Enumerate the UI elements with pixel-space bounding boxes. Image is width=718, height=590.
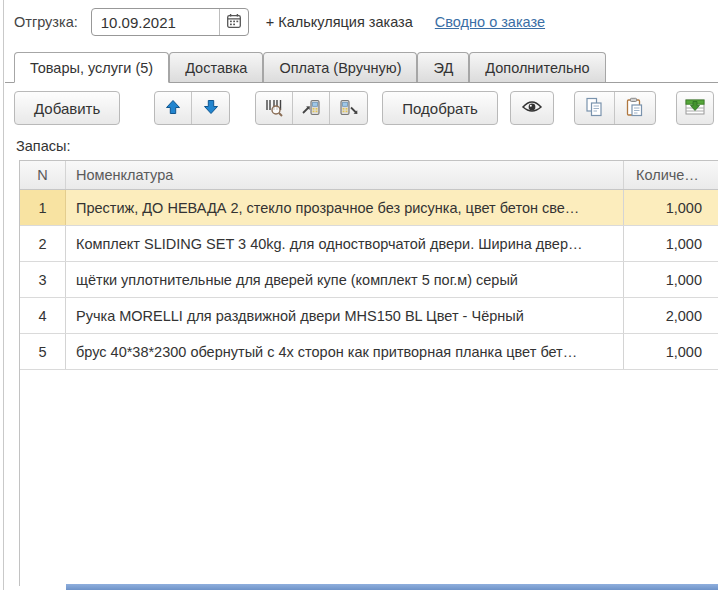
- row-number: 4: [20, 298, 66, 333]
- add-button[interactable]: Добавить: [14, 91, 120, 125]
- paste-button[interactable]: [615, 92, 655, 124]
- shipment-row: Отгрузка: + Калькуляция заказа Сводно о …: [14, 7, 545, 37]
- row-quantity: 2,000: [624, 298, 718, 333]
- column-header-quantity[interactable]: Количе…: [624, 161, 718, 189]
- copy-button[interactable]: [575, 92, 615, 124]
- move-up-button[interactable]: [155, 92, 192, 124]
- move-buttons-group: [154, 91, 230, 125]
- row-number: 2: [20, 226, 66, 261]
- row-quantity: 1,000: [624, 262, 718, 297]
- eye-icon: [521, 100, 543, 117]
- row-nomenclature: Ручка MORELLI для раздвижной двери MHS15…: [66, 298, 624, 333]
- data-terminal-out-icon: [339, 97, 359, 120]
- tab-additional[interactable]: Дополнительно: [469, 52, 605, 82]
- items-toolbar: Добавить: [14, 90, 714, 126]
- tab-ed[interactable]: ЭД: [417, 52, 469, 82]
- scan-barcode-button[interactable]: [256, 92, 293, 124]
- arrow-down-icon: [203, 99, 219, 118]
- order-calculation-link[interactable]: + Калькуляция заказа: [266, 14, 413, 30]
- row-nomenclature: брус 40*38*2300 обернутый с 4х сторон ка…: [66, 334, 624, 369]
- table-row[interactable]: 1 Престиж, ДО НЕВАДА 2, стекло прозрачно…: [20, 190, 718, 226]
- pick-items-button[interactable]: Подобрать: [382, 91, 498, 125]
- move-down-button[interactable]: [192, 92, 229, 124]
- view-button[interactable]: [510, 91, 554, 125]
- clipboard-buttons-group: [574, 91, 656, 125]
- barcode-buttons-group: [255, 91, 368, 125]
- terminal-upload-button[interactable]: [293, 92, 330, 124]
- row-nomenclature: щётки уплотнительные для дверей купе (ко…: [66, 262, 624, 297]
- row-quantity: 1,000: [624, 334, 718, 369]
- row-number: 5: [20, 334, 66, 369]
- table-header-row: N Номенклатура Количе…: [20, 161, 718, 190]
- copy-icon: [584, 97, 604, 120]
- tab-goods-services[interactable]: Товары, услуги (5): [14, 52, 169, 83]
- paste-icon: [625, 97, 645, 120]
- row-number: 1: [20, 190, 66, 225]
- column-header-number[interactable]: N: [20, 161, 66, 189]
- inventory-table: N Номенклатура Количе… 1 Престиж, ДО НЕВ…: [19, 160, 718, 586]
- tab-payment[interactable]: Оплата (Вручную): [263, 52, 417, 82]
- row-quantity: 1,000: [624, 226, 718, 261]
- row-nomenclature: Престиж, ДО НЕВАДА 2, стекло прозрачное …: [66, 190, 624, 225]
- shipment-date-input[interactable]: [92, 9, 219, 35]
- shipment-label: Отгрузка:: [14, 14, 78, 30]
- order-summary-link[interactable]: Сводно о заказе: [435, 14, 545, 30]
- row-number: 3: [20, 262, 66, 297]
- row-quantity: 1,000: [624, 190, 718, 225]
- data-terminal-in-icon: [301, 97, 321, 120]
- column-header-nomenclature[interactable]: Номенклатура: [66, 161, 624, 189]
- row-nomenclature: Комплект SLIDING SET 3 40kg. для одноств…: [66, 226, 624, 261]
- table-row[interactable]: 4 Ручка MORELLI для раздвижной двери MHS…: [20, 298, 718, 334]
- tab-bar: Товары, услуги (5) Доставка Оплата (Вруч…: [5, 51, 718, 83]
- barcode-scanner-icon: [264, 97, 284, 120]
- shipment-date-field: [91, 8, 249, 36]
- terminal-download-button[interactable]: [330, 92, 367, 124]
- arrow-up-icon: [165, 99, 181, 118]
- calendar-button[interactable]: [219, 9, 248, 35]
- calendar-icon: [226, 13, 242, 32]
- table-row[interactable]: 2 Комплект SLIDING SET 3 40kg. для однос…: [20, 226, 718, 262]
- load-rows-button[interactable]: [676, 91, 714, 125]
- inventory-caption: Запасы:: [16, 138, 70, 154]
- table-load-icon: [684, 97, 706, 120]
- bottom-splitter[interactable]: [66, 584, 718, 590]
- form-left-border: [3, 0, 4, 590]
- table-row[interactable]: 5 брус 40*38*2300 обернутый с 4х сторон …: [20, 334, 718, 370]
- table-row[interactable]: 3 щётки уплотнительные для дверей купе (…: [20, 262, 718, 298]
- tab-delivery[interactable]: Доставка: [169, 52, 263, 82]
